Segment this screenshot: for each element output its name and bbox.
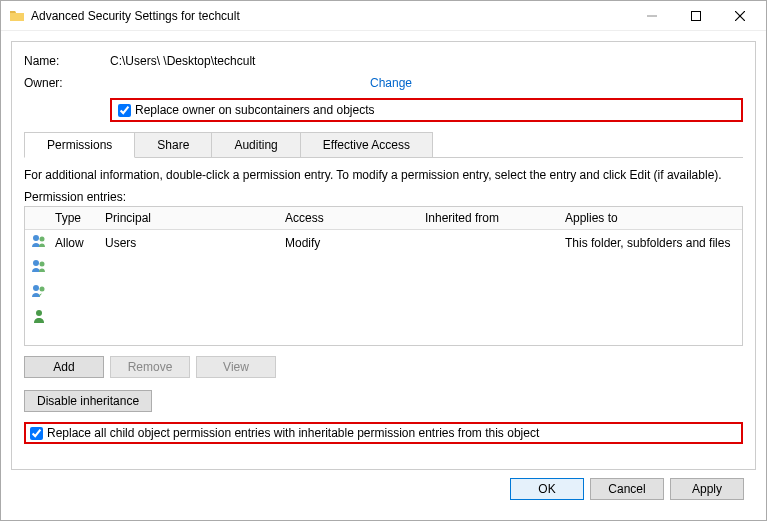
apply-button[interactable]: Apply [670,478,744,500]
table-row[interactable] [25,305,742,330]
user-icon [31,308,47,324]
add-button[interactable]: Add [24,356,104,378]
svg-point-9 [40,287,45,292]
tab-effective-access[interactable]: Effective Access [300,132,433,157]
remove-button: Remove [110,356,190,378]
cell-applies: This folder, subfolders and files [559,230,742,256]
disable-inheritance-button[interactable]: Disable inheritance [24,390,152,412]
maximize-button[interactable] [674,2,718,30]
permission-entries-table[interactable]: Type Principal Access Inherited from App… [24,206,743,346]
svg-point-6 [33,260,39,266]
cell-access: Modify [279,230,419,256]
window-title: Advanced Security Settings for techcult [31,9,630,23]
content-panel: Name: C:\Users\ \Desktop\techcult Owner:… [11,41,756,470]
info-text: For additional information, double-click… [24,168,743,182]
content-wrapper: Name: C:\Users\ \Desktop\techcult Owner:… [1,31,766,520]
svg-point-4 [33,235,39,241]
tab-strip: Permissions Share Auditing Effective Acc… [24,132,743,158]
tab-auditing[interactable]: Auditing [211,132,300,157]
permission-entries-label: Permission entries: [24,190,743,204]
cancel-button[interactable]: Cancel [590,478,664,500]
folder-icon [9,8,25,24]
replace-owner-label: Replace owner on subcontainers and objec… [135,103,374,117]
svg-point-8 [33,285,39,291]
svg-point-10 [36,310,42,316]
disable-inheritance-row: Disable inheritance [24,390,743,412]
svg-point-7 [40,262,45,267]
close-button[interactable] [718,2,762,30]
th-principal[interactable]: Principal [99,207,279,230]
table-header-row: Type Principal Access Inherited from App… [25,207,742,230]
th-inherited[interactable]: Inherited from [419,207,559,230]
dialog-footer: OK Cancel Apply [11,470,756,510]
owner-label: Owner: [24,76,110,90]
users-icon [31,258,47,274]
th-applies[interactable]: Applies to [559,207,742,230]
table-row[interactable]: Allow Users Modify This folder, subfolde… [25,230,742,256]
th-type[interactable]: Type [49,207,99,230]
replace-children-label: Replace all child object permission entr… [47,426,539,440]
owner-row: Owner: Change [24,76,743,90]
change-owner-link[interactable]: Change [370,76,412,90]
titlebar: Advanced Security Settings for techcult [1,1,766,31]
name-row: Name: C:\Users\ \Desktop\techcult [24,54,743,68]
ok-button[interactable]: OK [510,478,584,500]
cell-inherited [419,230,559,256]
name-value: C:\Users\ \Desktop\techcult [110,54,743,68]
window-controls [630,2,762,30]
users-icon [31,233,47,249]
replace-children-checkbox[interactable] [30,427,43,440]
tab-share[interactable]: Share [134,132,212,157]
cell-principal: Users [99,230,279,256]
svg-rect-1 [692,11,701,20]
th-access[interactable]: Access [279,207,419,230]
svg-point-5 [40,237,45,242]
cell-type: Allow [49,230,99,256]
table-row[interactable] [25,255,742,280]
replace-children-highlight: Replace all child object permission entr… [24,422,743,444]
minimize-button[interactable] [630,2,674,30]
view-button: View [196,356,276,378]
replace-owner-checkbox[interactable] [118,104,131,117]
dialog-window: Advanced Security Settings for techcult … [0,0,767,521]
entry-buttons-row: Add Remove View [24,356,743,378]
name-label: Name: [24,54,110,68]
replace-owner-highlight: Replace owner on subcontainers and objec… [110,98,743,122]
users-icon [31,283,47,299]
tab-permissions[interactable]: Permissions [24,132,135,158]
table-row[interactable] [25,280,742,305]
